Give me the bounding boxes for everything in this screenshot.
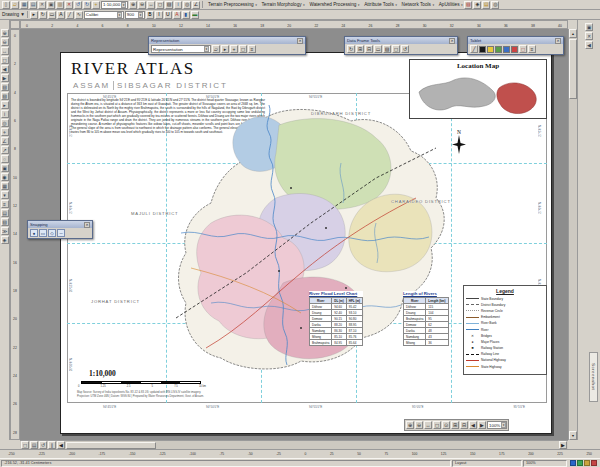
select-features-icon[interactable]: ▨ — [165, 1, 173, 9]
go-forward-extent-icon[interactable]: ▶ — [478, 421, 486, 429]
go-to-xy-icon[interactable]: ⌖ — [1, 128, 9, 136]
measure-icon[interactable]: ∠ — [192, 1, 200, 9]
fixed-zoom-in-icon[interactable]: ⊞ — [451, 421, 459, 429]
bold-icon[interactable]: B — [146, 11, 154, 19]
pin-panel-icon[interactable]: ▣ — [585, 23, 593, 31]
python-icon[interactable]: ≫ — [1, 227, 9, 235]
snapping-toolbar-titlebar[interactable]: Snapping ✕ — [28, 221, 92, 228]
zoom-in-icon[interactable]: ⊕ — [406, 421, 414, 429]
representation-properties-icon[interactable]: ≡ — [248, 45, 256, 53]
pan-icon[interactable]: ↔ — [147, 1, 155, 9]
ink-color-blue[interactable] — [503, 46, 510, 53]
zoom-out-icon[interactable]: ⊖ — [1, 38, 9, 46]
copy-icon[interactable]: ▣ — [47, 1, 55, 9]
tray-icon-antivirus[interactable] — [577, 460, 583, 466]
select-representation-icon[interactable]: ▸ — [221, 45, 229, 53]
clip-data-frame-icon[interactable]: ▨ — [383, 45, 391, 53]
model-builder-icon[interactable]: ◈ — [1, 236, 9, 244]
bookmarks-icon[interactable]: ▾ — [1, 191, 9, 199]
pan-icon[interactable]: ↔ — [1, 47, 9, 55]
tablet-toolbar-titlebar[interactable]: Tablet ✕ — [468, 37, 563, 44]
free-representation-icon[interactable]: ▱ — [212, 45, 220, 53]
insert-vertex-icon[interactable]: + — [230, 45, 238, 53]
layout-zoom-combo[interactable]: 100% ▼ — [487, 421, 507, 429]
map-layout-page[interactable]: 94°45'0"E94°50'0"E94°55'0"E95°0'0"E95°5'… — [60, 52, 552, 434]
ink-color-green[interactable] — [495, 46, 502, 53]
drawing-menu[interactable]: Drawing ▼ — [2, 12, 25, 17]
vertical-scroll-thumb[interactable] — [569, 39, 577, 99]
find-icon[interactable]: ◎ — [1, 119, 9, 127]
point-snapping-button[interactable]: ● — [30, 229, 38, 237]
screenshot-side-tab[interactable]: Screenshot — [589, 352, 598, 402]
go-back-extent-icon[interactable]: ◀ — [469, 421, 477, 429]
add-data-icon[interactable]: + — [92, 1, 100, 9]
full-extent-icon[interactable]: ◻ — [392, 45, 400, 53]
ink-color-yellow[interactable] — [487, 46, 494, 53]
menu-item[interactable]: ApUtilities▼ — [439, 2, 464, 7]
scroll-right-icon[interactable]: ▶ — [559, 441, 567, 449]
horizontal-scroll-thumb[interactable] — [66, 442, 156, 449]
chevron-down-icon[interactable]: ▼ — [138, 12, 143, 18]
zoom-out-icon[interactable]: ⊖ — [415, 421, 423, 429]
tray-icon-network[interactable] — [570, 460, 576, 466]
toolbox-icon[interactable]: ▧ — [464, 1, 472, 9]
underline-icon[interactable]: U — [164, 11, 172, 19]
close-icon[interactable]: ✕ — [555, 38, 561, 44]
previous-extent-icon[interactable]: ◀ — [1, 65, 9, 73]
zoom-whole-page-icon[interactable]: ◻ — [433, 421, 441, 429]
identify-icon[interactable]: i — [174, 1, 182, 9]
representation-combo[interactable]: Representation ▼ — [151, 45, 211, 53]
pen-tool-icon[interactable]: ╱ — [470, 45, 478, 53]
rotate-icon[interactable]: ↻ — [39, 11, 47, 19]
layout-canvas[interactable]: 94°45'0"E94°50'0"E94°55'0"E95°0'0"E95°5'… — [20, 29, 568, 440]
tray-icon-volume[interactable] — [584, 460, 590, 466]
find-icon[interactable]: ◎ — [183, 1, 191, 9]
save-icon[interactable]: ▦ — [20, 1, 28, 9]
full-extent-icon[interactable]: ◻ — [1, 56, 9, 64]
curve-tool-icon[interactable]: ∿ — [75, 11, 83, 19]
font-family-combo[interactable]: Calibri ▼ — [84, 11, 124, 19]
menu-item[interactable]: Watershed Processing▼ — [309, 2, 360, 7]
select-elements-icon[interactable]: ▸ — [1, 101, 9, 109]
ink-color-red[interactable] — [511, 46, 518, 53]
hyperlink-icon[interactable]: ↗ — [1, 146, 9, 154]
rotate-data-frame-icon[interactable]: ↻ — [347, 45, 355, 53]
vertical-scrollbar[interactable]: ▲ ▼ — [568, 29, 577, 440]
next-extent-icon[interactable]: ▶ — [1, 74, 9, 82]
select-elements-icon[interactable]: ▸ — [30, 11, 38, 19]
horizontal-scrollbar[interactable]: ◻▤↺∥ ◀ ▶ — [20, 440, 568, 449]
overview-icon[interactable]: ▦ — [1, 182, 9, 190]
menu-item[interactable]: Attribute Tools▼ — [364, 2, 397, 7]
menu-item[interactable]: Terrain Preprocessing▼ — [208, 2, 257, 7]
identify-icon[interactable]: i — [1, 110, 9, 118]
scroll-down-icon[interactable]: ▼ — [569, 431, 577, 440]
redo-icon[interactable]: ↻ — [83, 1, 91, 9]
chevron-down-icon[interactable]: ▼ — [501, 422, 506, 428]
catalog-icon[interactable]: ▤ — [482, 1, 490, 9]
viewer-window-icon[interactable]: ▣ — [1, 164, 9, 172]
ink-color-black[interactable] — [479, 46, 486, 53]
paste-icon[interactable]: ▥ — [56, 1, 64, 9]
rectangle-tool-icon[interactable]: ▭ — [48, 11, 56, 19]
menu-item[interactable]: Network Tools▼ — [402, 2, 435, 7]
edge-snapping-button[interactable]: ─ — [57, 229, 65, 237]
text-tool-icon[interactable]: A — [57, 11, 65, 19]
ink-settings-icon[interactable]: ≡ — [528, 45, 536, 53]
magnifier-icon[interactable]: ◉ — [1, 173, 9, 181]
line-tool-icon[interactable]: ╱ — [66, 11, 74, 19]
chevron-down-icon[interactable]: ▼ — [121, 2, 126, 8]
eraser-icon[interactable]: ◻ — [519, 45, 527, 53]
clear-selection-icon[interactable]: ▧ — [1, 92, 9, 100]
cut-icon[interactable]: ✕ — [38, 1, 46, 9]
close-icon[interactable]: ✕ — [449, 38, 455, 44]
end-snapping-button[interactable]: ▭ — [39, 229, 47, 237]
expand-panel-icon[interactable]: ◀ — [585, 41, 593, 49]
fill-color-icon[interactable]: ▮ — [182, 11, 190, 19]
tray-icon-update[interactable] — [591, 460, 597, 466]
chevron-down-icon[interactable]: ▼ — [117, 12, 122, 18]
erase-representation-icon[interactable]: ◻ — [239, 45, 247, 53]
pause-drawing-button[interactable]: ∥ — [48, 441, 56, 449]
toc-icon[interactable]: ≡ — [1, 200, 9, 208]
italic-icon[interactable]: I — [155, 11, 163, 19]
toolbox-icon[interactable]: ▧ — [1, 218, 9, 226]
